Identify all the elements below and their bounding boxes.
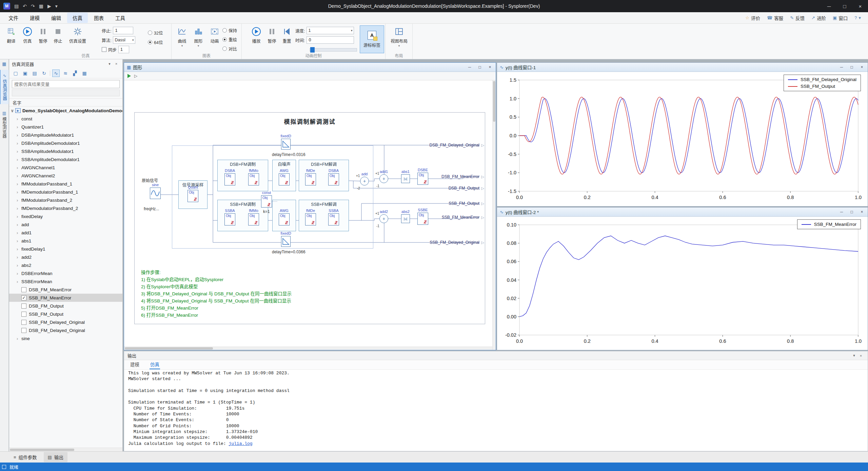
tree-item-fixedDelay[interactable]: ›fixedDelay <box>9 212 122 220</box>
search-input[interactable] <box>14 82 117 87</box>
expander-icon[interactable]: › <box>17 206 21 211</box>
view-layout-button[interactable]: 视图布局 ▾ <box>389 25 409 47</box>
julia-log-link[interactable]: julia.log <box>229 441 252 446</box>
scrollbar-thumb[interactable] <box>125 347 213 350</box>
tree-item-SSBAmplitudeDemodulator1[interactable]: ›SSBAmplitudeDemodulator1 <box>9 155 122 163</box>
radio-hold[interactable]: 保持 <box>222 27 237 34</box>
expander-icon[interactable]: › <box>17 238 21 243</box>
menu-item-仿真[interactable]: 仿真 <box>67 13 88 23</box>
expander-icon[interactable]: › <box>17 214 21 219</box>
bottom-tab-组件参数[interactable]: ≡组件参数 <box>9 452 41 462</box>
minimize-button[interactable]: ─ <box>836 63 847 71</box>
bottom-tab-输出[interactable]: ▤输出 <box>44 452 67 462</box>
grid-icon[interactable]: ▦ <box>39 3 43 9</box>
diagram-block-SSBA[interactable]: SSBAObjƵ <box>326 209 341 225</box>
tree-item-Quantizer1[interactable]: ›Quantizer1 <box>9 123 122 131</box>
menu-item-建模[interactable]: 建模 <box>24 13 45 23</box>
save-result-icon[interactable]: ▣ <box>21 70 29 77</box>
minimize-button[interactable]: ─ <box>836 208 847 216</box>
sidebar-tab-sim-browser[interactable]: ∿ 仿真浏览器 <box>0 70 9 104</box>
redo-icon[interactable]: ↷ <box>31 3 35 9</box>
diagram-block-SSBE[interactable]: SSBEObjƵ <box>415 208 431 225</box>
menu-item-文件[interactable]: 文件 <box>3 13 24 23</box>
undo-icon[interactable]: ↶ <box>23 3 27 9</box>
minimize-button[interactable]: ─ <box>465 63 475 71</box>
close-button[interactable]: × <box>857 63 867 71</box>
stacked-curves-icon[interactable]: ≋ <box>62 70 69 77</box>
diagram-block-fixedD[interactable]: fixedD <box>278 134 294 150</box>
sync-input[interactable] <box>118 46 129 53</box>
tree-item-DSBAmplitudeDemodulator1[interactable]: ›DSBAmplitudeDemodulator1 <box>9 139 122 147</box>
tree-item-fMModulatorPassband_2[interactable]: ›fMModulatorPassband_2 <box>9 196 122 204</box>
diagram-block-SSBA[interactable]: SSBAObjƵ <box>222 209 238 225</box>
tree-item-sine[interactable]: ›sine <box>9 334 122 342</box>
diagram-block-fMDe[interactable]: fMDeObjƵ <box>303 169 318 185</box>
diagram-block-fMMo[interactable]: fMMoObjƵ <box>246 209 261 225</box>
close-button[interactable]: × <box>485 63 495 71</box>
diagram-block-const[interactable]: constObjƵ <box>259 191 274 208</box>
diagram-hscrollbar[interactable] <box>124 347 492 350</box>
tree-item-abs1[interactable]: ›abs1 <box>9 237 122 245</box>
expander-icon[interactable]: › <box>17 149 21 154</box>
expander-icon[interactable]: › <box>17 255 21 260</box>
simulation-settings-button[interactable]: 仿真设置 <box>68 25 87 44</box>
variable-checkbox[interactable] <box>21 312 26 317</box>
simulate-button[interactable]: 仿真 <box>20 25 35 44</box>
tree-item-add2[interactable]: ›add2 <box>9 253 122 261</box>
stop-time-input[interactable] <box>113 27 133 34</box>
radio-64bit[interactable]: 64位 <box>148 39 163 45</box>
maximize-button[interactable]: □ <box>837 0 852 12</box>
expander-icon[interactable]: › <box>17 222 21 227</box>
expander-icon[interactable]: › <box>17 198 21 203</box>
expander-icon[interactable]: › <box>17 181 21 187</box>
variable-checkbox[interactable] <box>21 287 26 292</box>
diagram-window-titlebar[interactable]: ▦ 图形 ─ □ × <box>124 63 496 72</box>
animation-button[interactable]: 动画 <box>207 25 222 44</box>
menu-item-工具[interactable]: 工具 <box>110 13 131 23</box>
expander-icon[interactable]: › <box>17 230 21 235</box>
close-button[interactable]: × <box>852 0 868 12</box>
refresh-result-icon[interactable]: ↻ <box>40 70 48 77</box>
new-curve-window-icon[interactable]: ▞ <box>71 70 79 77</box>
tree-item-Demo_SyslabObject_AnalogModulationDemodulation[interactable]: ∨▶Demo_SyslabObject_AnalogModulationDemo… <box>9 106 122 115</box>
menu-right-反馈[interactable]: ✎反馈 <box>787 13 808 23</box>
diagram-block-sine[interactable]: sine <box>147 183 163 199</box>
maximize-button[interactable]: □ <box>847 208 857 216</box>
menu-item-图表[interactable]: 图表 <box>88 13 109 23</box>
panel-close-icon[interactable]: × <box>113 62 120 66</box>
diagram-block-AWG[interactable]: AWGObjƵ <box>276 169 292 185</box>
diagram-block-AWG[interactable]: AWGObjƵ <box>276 209 292 225</box>
menu-right-窗口[interactable]: ▣窗口 <box>830 13 851 23</box>
save-icon[interactable]: ▤ <box>14 3 19 9</box>
expander-icon[interactable]: › <box>17 263 21 268</box>
panel-menu-icon[interactable]: ▾ <box>106 62 113 66</box>
diagram-block-fMDe[interactable]: fMDeObjƵ <box>303 209 318 225</box>
sidebar-tab-model-browser[interactable]: ▥ 模型浏览器 <box>0 107 8 142</box>
tree-item-abs2[interactable]: ›abs2 <box>9 261 122 269</box>
time-input[interactable] <box>307 36 354 44</box>
pause-button[interactable]: 暂停 <box>35 25 51 44</box>
maximize-button[interactable]: □ <box>475 63 485 71</box>
overlay-curves-icon[interactable]: ∿ <box>52 70 60 77</box>
variable-checkbox[interactable]: ✓ <box>21 295 26 300</box>
tree-item-const[interactable]: ›const <box>9 115 122 123</box>
tree-item-SSB_FM_Output[interactable]: SSB_FM_Output <box>9 310 122 318</box>
sidebar-hscrollbar[interactable] <box>9 448 122 451</box>
tab-simulation[interactable]: 仿真 <box>150 359 160 369</box>
slider-thumb[interactable] <box>310 47 315 53</box>
time-slider[interactable] <box>310 48 357 52</box>
tree-item-SSB_FM_MeanError[interactable]: ✓SSB_FM_MeanError <box>9 294 122 302</box>
tree-item-add[interactable]: ›add <box>9 220 122 229</box>
panel-close-icon[interactable]: × <box>857 354 864 358</box>
diagram-vscrollbar[interactable] <box>492 80 496 350</box>
expander-icon[interactable]: › <box>17 271 21 276</box>
plot-window-titlebar[interactable]: ∿ y(t) 曲线窗口-1 ─ □ × <box>497 63 868 72</box>
cursor-label-button[interactable]: A 游标标签 <box>360 25 384 53</box>
menu-right-评价[interactable]: ☆评价 <box>742 13 763 23</box>
tab-modeling[interactable]: 建模 <box>130 359 140 369</box>
tree-item-AWGNChannel1[interactable]: ›AWGNChannel1 <box>9 163 122 172</box>
expander-icon[interactable]: › <box>17 247 21 252</box>
tree-item-DSBErrorMean[interactable]: ›DSBErrorMean <box>9 269 122 277</box>
stop-button[interactable]: 停止 <box>50 25 66 44</box>
algorithm-select[interactable]: Dassl▾ <box>113 36 135 44</box>
